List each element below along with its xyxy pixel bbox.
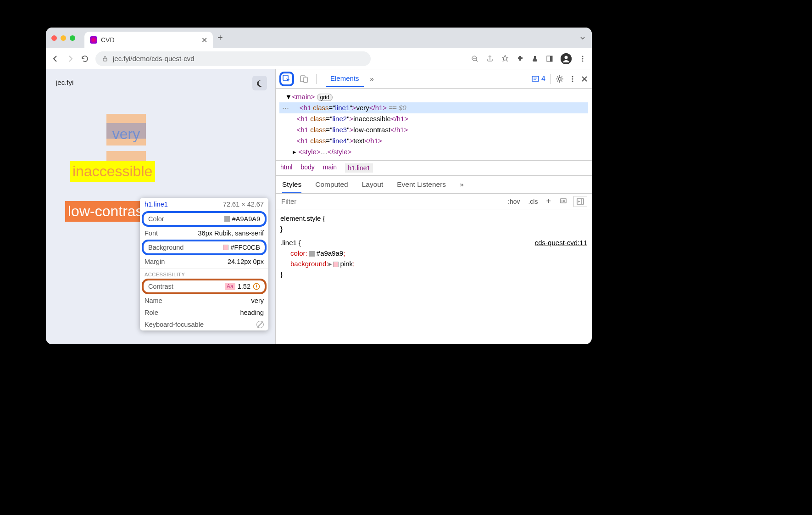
demo-line3[interactable]: low-contrast	[65, 201, 150, 222]
dark-mode-toggle[interactable]	[252, 76, 267, 90]
styles-filter-input[interactable]	[276, 194, 501, 209]
issues-button[interactable]: 4	[531, 75, 545, 83]
content-area: jec.fyi very inaccessible low-contrast h…	[46, 69, 592, 344]
css-rule-element-style[interactable]: element.style {	[280, 213, 587, 224]
css-rules[interactable]: element.style { } cds-quest-cvd:11 .line…	[276, 209, 592, 284]
annotation-ring-background: Background #FFC0CB	[142, 240, 267, 255]
tooltip-header: h1.line1 72.61 × 42.67	[140, 198, 268, 211]
subtab-styles[interactable]: Styles	[282, 180, 301, 193]
crumb-body[interactable]: body	[300, 163, 314, 173]
css-rule-line1[interactable]: cds-quest-cvd:11 .line1 {	[280, 237, 587, 248]
dom-h1-line3[interactable]: <h1 class="line3">low-contrast</h1>	[279, 124, 588, 135]
dom-style[interactable]: ▸ <style>…</style>	[279, 146, 588, 157]
svg-rect-3	[550, 56, 552, 62]
tooltip-color-label: Color	[148, 215, 164, 223]
tooltip-font-label: Font	[145, 230, 158, 237]
svg-rect-10	[256, 285, 257, 287]
dom-tree[interactable]: ▼<main> grid ⋯ <h1 class="line1">very</h…	[276, 89, 592, 160]
rendering-icon[interactable]	[557, 196, 570, 207]
more-icon[interactable]	[569, 75, 576, 83]
dom-row-actions-icon[interactable]: ⋯	[279, 104, 292, 112]
devtools-panel: Elements » 4 ▼<main> grid ⋯	[275, 69, 592, 344]
tabs-dropdown-icon[interactable]	[579, 34, 586, 42]
back-button[interactable]	[51, 55, 61, 63]
svg-point-6	[582, 56, 584, 57]
styles-filter-bar: :hov .cls +	[276, 194, 592, 209]
minimize-window-button[interactable]	[61, 35, 66, 41]
tab-elements[interactable]: Elements	[326, 71, 364, 87]
color-swatch-icon	[224, 216, 230, 222]
tooltip-margin-label: Margin	[145, 258, 165, 265]
dom-h1-line2[interactable]: <h1 class="line2">inaccessible</h1>	[279, 113, 588, 124]
toggle-sidebar-icon[interactable]	[573, 196, 587, 207]
devtools-toolbar: Elements » 4	[276, 69, 592, 89]
crumb-main[interactable]: main	[323, 163, 337, 173]
more-subtabs-icon[interactable]: »	[460, 180, 464, 193]
new-tab-button[interactable]: +	[217, 33, 223, 43]
settings-icon[interactable]	[555, 74, 564, 84]
close-tab-icon[interactable]: ✕	[201, 36, 207, 45]
sidepanel-icon[interactable]	[546, 55, 553, 62]
svg-point-17	[572, 76, 573, 77]
not-focusable-icon	[256, 321, 264, 328]
element-tooltip: h1.line1 72.61 × 42.67 Color #A9A9A9 Fon…	[140, 198, 268, 330]
color-swatch-icon[interactable]	[309, 251, 315, 257]
reload-button[interactable]	[81, 55, 90, 63]
demo-line1[interactable]: very	[106, 114, 146, 161]
dom-h1-line1[interactable]: ⋯ <h1 class="line1">very</h1> == $0	[279, 102, 588, 113]
close-devtools-icon[interactable]	[581, 75, 588, 83]
crumb-html[interactable]: html	[280, 163, 292, 173]
svg-rect-0	[103, 58, 107, 61]
browser-tab[interactable]: CVD ✕	[84, 32, 213, 48]
demo-line2[interactable]: inaccessible	[70, 161, 155, 182]
tooltip-margin-value: 24.12px 0px	[228, 258, 264, 265]
subtab-layout[interactable]: Layout	[362, 180, 384, 193]
styles-subtabs: Styles Computed Layout Event Listeners »	[276, 176, 592, 194]
crumb-h1[interactable]: h1.line1	[345, 163, 373, 173]
css-source-link[interactable]: cds-quest-cvd:11	[535, 237, 587, 248]
device-toolbar-button[interactable]	[297, 72, 311, 86]
zoom-out-icon[interactable]	[471, 55, 479, 63]
favicon-icon	[90, 36, 97, 44]
titlebar: CVD ✕ +	[46, 28, 592, 48]
svg-rect-11	[256, 288, 257, 289]
rendered-page: jec.fyi very inaccessible low-contrast h…	[46, 69, 275, 344]
new-rule-icon[interactable]: +	[544, 196, 553, 207]
dom-main[interactable]: ▼<main> grid	[279, 91, 588, 102]
inspect-element-button[interactable]	[279, 72, 294, 86]
css-prop-background[interactable]: background:▸pink;	[290, 258, 587, 269]
css-prop-color[interactable]: color: #a9a9a9;	[290, 248, 587, 258]
contrast-badge: Aa	[225, 283, 235, 290]
svg-rect-15	[532, 76, 539, 81]
subtab-event-listeners[interactable]: Event Listeners	[397, 180, 446, 193]
browser-window: CVD ✕ + jec.fyi/demo/cds-quest-cvd	[46, 28, 592, 344]
page-heading: jec.fyi	[56, 78, 265, 86]
bg-swatch-icon[interactable]	[333, 262, 339, 267]
maximize-window-button[interactable]	[70, 35, 75, 41]
forward-button[interactable]	[66, 55, 75, 63]
tooltip-contrast-value: 1.52	[238, 283, 250, 290]
extensions-icon[interactable]	[517, 55, 524, 62]
svg-point-18	[572, 78, 573, 79]
more-tabs-icon[interactable]: »	[366, 71, 378, 86]
tooltip-role-value: heading	[240, 309, 264, 316]
subtab-computed[interactable]: Computed	[315, 180, 348, 193]
tooltip-a11y-heading: ACCESSIBILITY	[140, 269, 268, 278]
svg-point-8	[582, 60, 584, 62]
hov-button[interactable]: :hov	[506, 197, 522, 206]
bookmark-icon[interactable]	[501, 55, 509, 63]
menu-icon[interactable]	[579, 55, 586, 62]
tooltip-selector: h1.line1	[145, 201, 168, 208]
share-icon[interactable]	[486, 55, 494, 62]
omnibox[interactable]: jec.fyi/demo/cds-quest-cvd	[95, 51, 371, 66]
close-window-button[interactable]	[51, 35, 57, 41]
tooltip-bg-label: Background	[148, 244, 184, 251]
dom-h1-line4[interactable]: <h1 class="line4">text</h1>	[279, 135, 588, 146]
tooltip-font-value: 36px Rubik, sans-serif	[198, 230, 264, 237]
url-bar: jec.fyi/demo/cds-quest-cvd	[46, 48, 592, 69]
cls-button[interactable]: .cls	[526, 197, 540, 206]
profile-avatar[interactable]	[561, 53, 572, 64]
labs-icon[interactable]	[531, 55, 539, 62]
svg-point-19	[572, 80, 573, 82]
tooltip-contrast-label: Contrast	[148, 283, 173, 290]
